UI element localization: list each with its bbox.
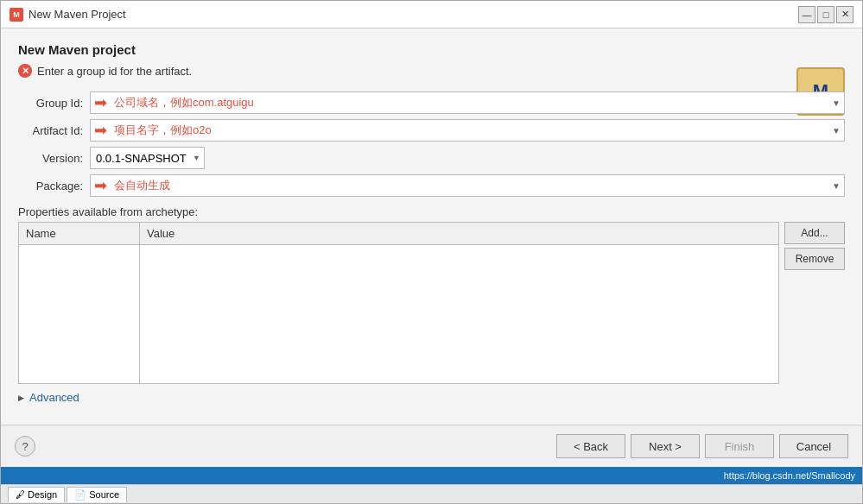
properties-table: Name Value xyxy=(18,222,779,384)
version-row: Version: 0.0.1-SNAPSHOT 1.0-SNAPSHOT 1.0… xyxy=(18,147,845,169)
design-tab-icon: 🖋 xyxy=(16,489,25,500)
advanced-label: Advanced xyxy=(29,391,79,404)
page-title: New Maven project xyxy=(18,42,845,57)
bottom-left: ? xyxy=(15,436,35,457)
artifact-id-row: Artifact Id: ➡ 项目名字，例如o2o ▼ xyxy=(18,119,845,142)
group-id-input-wrapper: ➡ 公司域名，例如com.atguigu ▼ xyxy=(90,91,845,114)
source-tab[interactable]: 📄 Source xyxy=(67,487,127,502)
bottom-right: < Back Next > Finish Cancel xyxy=(556,434,848,458)
package-input-wrapper: ➡ 会自动生成 ▼ xyxy=(90,174,845,197)
version-select-wrapper: 0.0.1-SNAPSHOT 1.0-SNAPSHOT 1.0.0 xyxy=(90,147,205,169)
error-line: ✕ Enter a group id for the artifact. xyxy=(18,64,845,78)
content-area: M New Maven project ✕ Enter a group id f… xyxy=(1,28,862,425)
source-tab-label: Source xyxy=(89,489,119,500)
window-icon: M xyxy=(10,8,23,22)
next-button[interactable]: Next > xyxy=(631,434,700,458)
table-buttons: Add... Remove xyxy=(784,222,845,384)
group-id-label: Group Id: xyxy=(18,97,83,110)
form-area: Group Id: ➡ 公司域名，例如com.atguigu ▼ Artifac… xyxy=(18,91,845,197)
artifact-id-input-wrapper: ➡ 项目名字，例如o2o ▼ xyxy=(90,119,845,142)
package-label: Package: xyxy=(18,180,83,192)
source-tab-icon: 📄 xyxy=(74,489,86,501)
artifact-id-label: Artifact Id: xyxy=(18,124,83,137)
version-label: Version: xyxy=(18,152,83,165)
package-row: Package: ➡ 会自动生成 ▼ xyxy=(18,174,845,197)
bottom-tabs: 🖋 Design 📄 Source xyxy=(1,484,862,503)
window-controls: — □ ✕ xyxy=(798,6,853,23)
properties-label: Properties available from archetype: xyxy=(18,205,845,218)
close-button[interactable]: ✕ xyxy=(836,6,853,23)
advanced-triangle-icon: ▶ xyxy=(18,394,24,402)
help-button[interactable]: ? xyxy=(15,436,35,457)
window-title: New Maven Project xyxy=(29,8,126,21)
maximize-button[interactable]: □ xyxy=(817,6,834,23)
table-header: Name Value xyxy=(19,223,778,245)
error-message: Enter a group id for the artifact. xyxy=(37,65,192,78)
main-window: M New Maven Project — □ ✕ M New Maven pr… xyxy=(0,0,863,504)
back-button[interactable]: < Back xyxy=(556,434,625,458)
finish-button[interactable]: Finish xyxy=(705,434,774,458)
error-icon: ✕ xyxy=(18,64,32,78)
title-bar-left: M New Maven Project xyxy=(10,8,126,22)
group-id-row: Group Id: ➡ 公司域名，例如com.atguigu ▼ xyxy=(18,91,845,114)
properties-table-wrapper: Name Value Add... Remove xyxy=(18,222,845,384)
title-bar: M New Maven Project — □ ✕ xyxy=(1,1,862,28)
cancel-button[interactable]: Cancel xyxy=(779,434,848,458)
col-name-header: Name xyxy=(19,223,140,244)
bottom-bar: ? < Back Next > Finish Cancel xyxy=(1,425,862,467)
design-tab-label: Design xyxy=(28,489,57,500)
status-bar: https://blog.csdn.net/Smallcody xyxy=(1,467,862,484)
remove-button[interactable]: Remove xyxy=(784,248,845,270)
table-body xyxy=(19,245,778,383)
col-value-header: Value xyxy=(140,223,778,244)
add-button[interactable]: Add... xyxy=(784,222,845,244)
table-col-right xyxy=(140,245,778,383)
minimize-button[interactable]: — xyxy=(798,6,815,23)
version-select[interactable]: 0.0.1-SNAPSHOT 1.0-SNAPSHOT 1.0.0 xyxy=(90,147,205,169)
design-tab[interactable]: 🖋 Design xyxy=(8,487,65,502)
advanced-section[interactable]: ▶ Advanced xyxy=(18,391,845,404)
status-url: https://blog.csdn.net/Smallcody xyxy=(724,470,855,481)
table-col-left xyxy=(19,245,140,383)
properties-section: Properties available from archetype: Nam… xyxy=(18,205,845,384)
